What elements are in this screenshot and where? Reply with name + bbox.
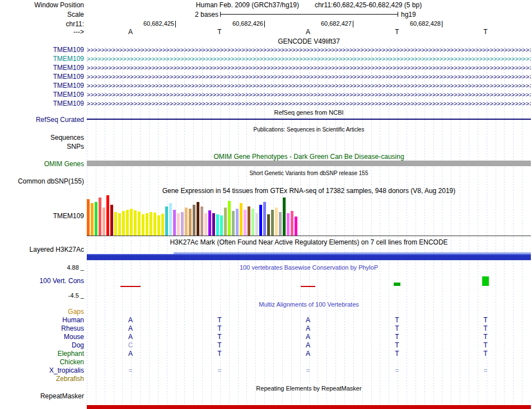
gene-label[interactable]: TMEM109 [0,64,84,72]
refseq-curated-item[interactable] [87,119,531,120]
gtex-bar[interactable] [177,213,180,236]
gtex-bar[interactable] [279,212,282,236]
gtex-bar[interactable] [224,208,227,236]
coordinate-tick [353,21,353,27]
phylop-negative-bar[interactable] [120,286,141,287]
gtex-bar[interactable] [275,208,278,236]
gtex-bar[interactable] [263,202,266,236]
gene-label[interactable]: TMEM109 [0,46,84,54]
gtex-bar[interactable] [165,206,168,236]
gtex-bar[interactable] [122,211,125,236]
gtex-bar[interactable] [267,214,270,236]
gtex-bar[interactable] [146,213,148,236]
h3k27ac-signal-base[interactable] [87,255,531,260]
omim-genes-label[interactable]: OMIM Genes [0,160,84,168]
alignment-base: = [214,366,225,374]
gtex-bar[interactable] [114,212,117,236]
gtex-bar[interactable] [189,209,192,236]
coordinate-label: 60,682,425 [124,20,174,27]
gtex-bar[interactable] [236,209,239,236]
phylop-positive-bar[interactable] [482,276,489,286]
gtex-bar[interactable] [251,209,254,236]
gtex-bar[interactable] [200,206,203,236]
gtex-bar[interactable] [110,205,113,236]
transcript-strand-arrows[interactable]: >>>>>>>>>>>>>>>>>>>>>>>>>>>>>>>>>>>>>>>>… [87,82,531,90]
vert-cons-label[interactable]: 100 Vert. Cons [0,277,84,285]
gtex-bar[interactable] [181,212,184,236]
gene-label[interactable]: TMEM109 [0,73,84,81]
gene-label[interactable]: TMEM109 [0,82,84,90]
alignment-base: = [392,366,402,374]
gtex-bar[interactable] [161,214,164,236]
repeatmasker-label[interactable]: RepeatMasker [0,392,84,400]
gtex-bar[interactable] [287,213,290,236]
gtex-bar[interactable] [118,213,121,236]
gtex-bar[interactable] [291,211,293,236]
gtex-bar[interactable] [271,210,274,236]
gtex-bar[interactable] [240,203,242,236]
bottom-red-bar[interactable] [87,405,531,409]
gtex-bar[interactable] [216,214,219,236]
transcript-strand-arrows[interactable]: >>>>>>>>>>>>>>>>>>>>>>>>>>>>>>>>>>>>>>>>… [87,91,531,98]
gtex-bar[interactable] [244,210,246,236]
gtex-bar[interactable] [173,210,176,236]
gtex-bar[interactable] [204,213,207,236]
gtex-bar[interactable] [134,210,137,236]
transcript-strand-arrows[interactable]: >>>>>>>>>>>>>>>>>>>>>>>>>>>>>>>>>>>>>>>>… [87,100,531,107]
gene-label[interactable]: TMEM109 [0,91,84,98]
coordinate-label: 60,682,426 [213,20,263,27]
refseq-curated-label[interactable]: RefSeq Curated [0,116,84,124]
gtex-bar[interactable] [295,217,297,236]
gtex-bar[interactable] [106,195,109,236]
phylop-negative-bar[interactable] [301,286,315,287]
gtex-expression-chart[interactable] [87,194,531,236]
gtex-bar[interactable] [169,203,172,236]
gtex-bar[interactable] [138,211,141,236]
gtex-bar[interactable] [232,211,235,236]
gtex-gene-label[interactable]: TMEM109 [0,212,84,220]
transcript-strand-arrows[interactable]: >>>>>>>>>>>>>>>>>>>>>>>>>>>>>>>>>>>>>>>>… [87,55,531,63]
transcript-strand-arrows[interactable]: >>>>>>>>>>>>>>>>>>>>>>>>>>>>>>>>>>>>>>>>… [87,64,531,72]
gtex-bar[interactable] [259,205,262,236]
gene-label[interactable]: TMEM109 [0,100,84,107]
publications-sequences-label[interactable]: Sequences [0,134,84,142]
gtex-bar[interactable] [248,206,250,236]
layered-h3k27ac-label[interactable]: Layered H3K27Ac [0,246,84,253]
gtex-bar[interactable] [142,214,144,236]
gtex-bar[interactable] [99,198,101,236]
species-label[interactable]: Gaps [0,308,84,316]
gtex-bar[interactable] [228,201,231,236]
gtex-bar[interactable] [153,213,156,236]
gtex-bar[interactable] [150,212,152,236]
gtex-bar[interactable] [95,202,97,236]
phylop-positive-bar[interactable] [394,283,400,286]
omim-gene-item[interactable] [87,161,531,166]
gtex-bar[interactable] [126,210,129,236]
gtex-bar[interactable] [212,213,215,236]
species-label[interactable]: Zebrafish [0,375,84,383]
gtex-bar[interactable] [130,209,133,236]
gtex-bar[interactable] [255,213,258,236]
species-label[interactable]: Dog [0,341,84,349]
publications-snps-label[interactable]: SNPs [0,143,84,151]
gtex-bar[interactable] [102,208,105,236]
gtex-bar[interactable] [91,203,94,236]
gtex-bar[interactable] [220,215,223,236]
transcript-strand-arrows[interactable]: >>>>>>>>>>>>>>>>>>>>>>>>>>>>>>>>>>>>>>>>… [87,46,531,54]
gtex-bar[interactable] [185,208,188,236]
species-label[interactable]: Human [0,316,84,324]
gtex-bar[interactable] [197,202,199,236]
gtex-bar[interactable] [87,199,90,236]
gtex-bar[interactable] [208,210,211,236]
species-label[interactable]: Mouse [0,333,84,341]
gtex-bar[interactable] [157,215,160,236]
gene-label[interactable]: TMEM109 [0,55,84,63]
common-dbsnp-label[interactable]: Common dbSNP(155) [0,177,84,185]
species-label[interactable]: Chicken [0,358,84,366]
species-label[interactable]: Rhesus [0,325,84,332]
species-label[interactable]: Elephant [0,350,84,358]
gtex-bar[interactable] [283,198,286,236]
gtex-bar[interactable] [193,205,195,236]
species-label[interactable]: X_tropicalis [0,366,84,374]
transcript-strand-arrows[interactable]: >>>>>>>>>>>>>>>>>>>>>>>>>>>>>>>>>>>>>>>>… [87,73,531,81]
